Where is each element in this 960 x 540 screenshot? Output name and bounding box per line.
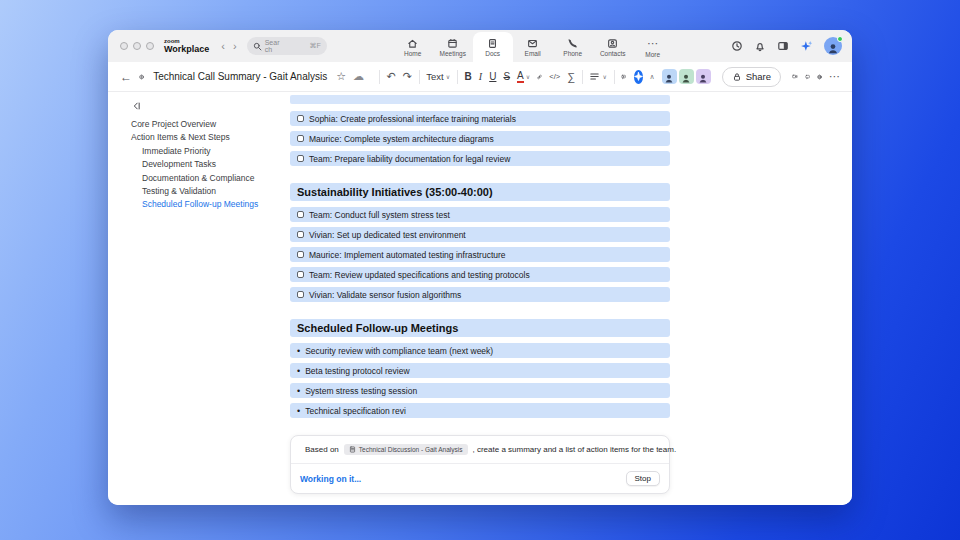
minimize-window-button[interactable] xyxy=(133,42,141,50)
history-back-button[interactable]: ‹ xyxy=(217,40,229,52)
back-icon[interactable]: ← xyxy=(120,70,132,84)
notifications-bell-icon[interactable] xyxy=(754,40,766,52)
outline-item-immediate-priority[interactable]: Immediate Priority xyxy=(131,145,285,158)
more-options-icon[interactable]: ⋯ xyxy=(829,70,840,83)
document-toolbar: ← Technical Call Summary - Gait Analysis… xyxy=(108,62,852,92)
ai-companion-button[interactable] xyxy=(634,70,643,84)
outline-item-testing-validation[interactable]: Testing & Validation xyxy=(131,185,285,198)
sparkle-icon xyxy=(634,72,643,81)
task-row[interactable]: Maurice: Complete system architecture di… xyxy=(290,131,670,146)
task-row[interactable]: Team: Review updated specifications and … xyxy=(290,267,670,282)
bullet-row[interactable]: • Security review with compliance team (… xyxy=(290,343,670,358)
close-window-button[interactable] xyxy=(120,42,128,50)
history-forward-button[interactable]: › xyxy=(229,40,241,52)
nav-tab-label: Contacts xyxy=(600,50,626,57)
undo-icon[interactable]: ↶ xyxy=(386,70,395,83)
document-canvas[interactable]: Sophia: Create professional interface tr… xyxy=(285,92,852,505)
task-checkbox[interactable] xyxy=(297,135,304,142)
task-text: Sophia: Create professional interface tr… xyxy=(309,114,516,124)
task-text: Maurice: Implement automated testing inf… xyxy=(309,250,506,260)
search-input[interactable]: Search ⌘F xyxy=(247,37,327,55)
doc-icon xyxy=(487,38,498,49)
outline-item-development-tasks[interactable]: Development Tasks xyxy=(131,158,285,171)
task-checkbox[interactable] xyxy=(297,155,304,162)
collaborator-avatar[interactable] xyxy=(679,69,694,84)
source-document-chip[interactable]: Technical Discussion - Gait Analysis xyxy=(344,444,468,455)
collaborator-avatar[interactable] xyxy=(662,69,677,84)
outline-item-scheduled-meetings[interactable]: Scheduled Follow-up Meetings xyxy=(131,198,285,211)
task-text: Vivian: Validate sensor fusion algorithm… xyxy=(309,290,461,300)
collapse-outline-icon[interactable] xyxy=(131,101,285,111)
outline-item-documentation-compliance[interactable]: Documentation & Compliance xyxy=(131,172,285,185)
favorite-star-icon[interactable]: ☆ xyxy=(336,70,346,83)
nav-tab-email[interactable]: Email xyxy=(513,32,553,62)
stop-generation-button[interactable]: Stop xyxy=(626,471,660,486)
nav-tab-more[interactable]: ⋯ More xyxy=(633,32,673,62)
video-camera-icon[interactable] xyxy=(792,70,798,83)
task-row[interactable]: Team: Conduct full system stress test xyxy=(290,207,670,222)
bold-button[interactable]: B xyxy=(465,71,472,82)
bullet-icon: • xyxy=(297,346,300,356)
nav-tab-docs[interactable]: Docs xyxy=(473,32,513,62)
bullet-row[interactable]: • System stress testing session xyxy=(290,383,670,398)
outline-item-core-project-overview[interactable]: Core Project Overview xyxy=(131,118,285,131)
outline-item-action-items[interactable]: Action Items & Next Steps xyxy=(131,131,285,144)
task-checkbox[interactable] xyxy=(297,291,304,298)
nav-tab-label: Home xyxy=(404,50,421,57)
task-row[interactable]: Sophia: Create professional interface tr… xyxy=(290,111,670,126)
bullet-text: Technical specification revi xyxy=(305,406,406,416)
ai-companion-sparkle-icon[interactable] xyxy=(800,40,813,53)
code-block-button[interactable]: </> xyxy=(549,72,560,81)
nav-tab-phone[interactable]: Phone xyxy=(553,32,593,62)
task-checkbox[interactable] xyxy=(297,271,304,278)
task-row[interactable]: Team: Prepare liability documentation fo… xyxy=(290,151,670,166)
ai-prompt-row: Based on Technical Discussion - Gait Ana… xyxy=(291,436,669,464)
collaborator-avatar[interactable] xyxy=(696,69,711,84)
task-checkbox[interactable] xyxy=(297,115,304,122)
task-checkbox[interactable] xyxy=(297,251,304,258)
chat-bubble-icon[interactable] xyxy=(805,71,810,83)
nav-tab-contacts[interactable]: Contacts xyxy=(593,32,633,62)
history-clock-icon[interactable] xyxy=(731,40,743,52)
globe-icon[interactable] xyxy=(817,71,822,83)
ai-prompt-suffix: , create a summary and a list of action … xyxy=(473,445,677,454)
task-checkbox[interactable] xyxy=(297,231,304,238)
task-row[interactable]: Maurice: Implement automated testing inf… xyxy=(290,247,670,262)
side-panel-icon[interactable] xyxy=(777,40,789,52)
text-color-dropdown[interactable]: A ∨ xyxy=(517,70,530,83)
task-text: Vivian: Set up dedicated test environmen… xyxy=(309,230,466,240)
link-icon[interactable] xyxy=(537,71,542,83)
strikethrough-button[interactable]: S xyxy=(503,71,510,82)
comment-icon[interactable] xyxy=(621,71,626,83)
ai-status-row: Working on it... Stop xyxy=(291,464,669,493)
clipped-task-row xyxy=(290,95,670,104)
nav-tab-label: More xyxy=(645,51,660,58)
align-dropdown[interactable]: ∨ xyxy=(589,71,606,82)
italic-button[interactable]: I xyxy=(479,71,482,82)
docs-home-icon[interactable] xyxy=(139,71,144,83)
ai-prompt-prefix: Based on xyxy=(305,445,339,454)
bullet-row[interactable]: • Technical specification revi xyxy=(290,403,670,418)
logo-workplace-text: Workplace xyxy=(164,45,209,54)
bullet-row[interactable]: • Beta testing protocol review xyxy=(290,363,670,378)
titlebar: zoom Workplace ‹ › Search ⌘F Home Meetin… xyxy=(108,30,852,62)
task-text: Team: Conduct full system stress test xyxy=(309,210,450,220)
task-row[interactable]: Vivian: Validate sensor fusion algorithm… xyxy=(290,287,670,302)
collaborator-avatars xyxy=(662,69,711,84)
nav-tab-meetings[interactable]: Meetings xyxy=(433,32,473,62)
person-icon xyxy=(826,41,840,55)
user-avatar[interactable] xyxy=(824,37,842,55)
share-button[interactable]: Share xyxy=(722,67,781,87)
zoom-workplace-logo: zoom Workplace xyxy=(164,38,209,54)
bullet-icon: • xyxy=(297,366,300,376)
nav-tab-home[interactable]: Home xyxy=(393,32,433,62)
task-row[interactable]: Vivian: Set up dedicated test environmen… xyxy=(290,227,670,242)
more-icon: ⋯ xyxy=(647,37,658,50)
collapse-toolbar-button[interactable]: ∧ xyxy=(650,73,655,81)
redo-icon[interactable]: ↷ xyxy=(403,70,412,83)
underline-button[interactable]: U xyxy=(489,71,496,82)
text-style-dropdown[interactable]: Text ∨ xyxy=(426,71,450,82)
maximize-window-button[interactable] xyxy=(146,42,154,50)
task-checkbox[interactable] xyxy=(297,211,304,218)
formula-sigma-icon[interactable]: ∑ xyxy=(567,71,575,83)
